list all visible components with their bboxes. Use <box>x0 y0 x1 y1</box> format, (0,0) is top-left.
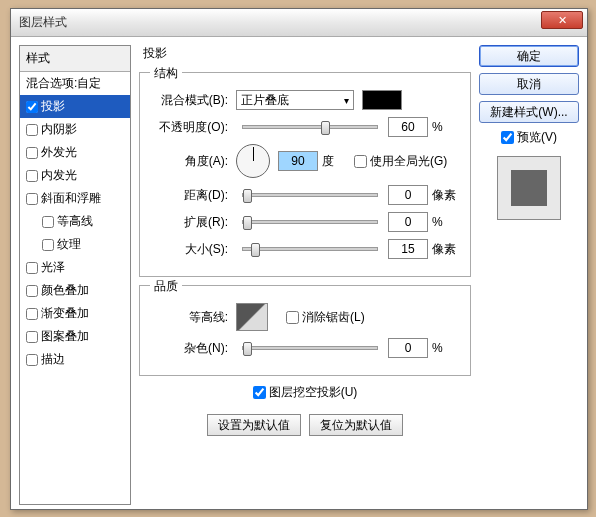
opacity-slider[interactable] <box>242 125 378 129</box>
size-unit: 像素 <box>432 241 460 258</box>
distance-slider[interactable] <box>242 193 378 197</box>
blend-mode-row: 混合模式(B): 正片叠底 <box>150 90 460 110</box>
style-item-7[interactable]: 纹理 <box>20 233 130 256</box>
preview-swatch <box>511 170 547 206</box>
noise-unit: % <box>432 341 460 355</box>
style-item-checkbox[interactable] <box>42 239 54 251</box>
size-row: 大小(S): 像素 <box>150 239 460 259</box>
opacity-row: 不透明度(O): % <box>150 117 460 137</box>
style-item-label: 内发光 <box>41 167 77 184</box>
style-item-2[interactable]: 内阴影 <box>20 118 130 141</box>
noise-label: 杂色(N): <box>150 340 232 357</box>
close-button[interactable]: ✕ <box>541 11 583 29</box>
spread-unit: % <box>432 215 460 229</box>
style-item-checkbox[interactable] <box>26 101 38 113</box>
style-item-10[interactable]: 渐变叠加 <box>20 302 130 325</box>
dialog-window: 图层样式 ✕ 样式 混合选项:自定投影内阴影外发光内发光斜面和浮雕等高线纹理光泽… <box>10 8 588 510</box>
style-item-checkbox[interactable] <box>26 285 38 297</box>
style-item-label: 投影 <box>41 98 65 115</box>
preview-box <box>497 156 561 220</box>
distance-unit: 像素 <box>432 187 460 204</box>
quality-label: 品质 <box>150 278 182 295</box>
spread-row: 扩展(R): % <box>150 212 460 232</box>
style-item-label: 描边 <box>41 351 65 368</box>
angle-row: 角度(A): 度 使用全局光(G) <box>150 144 460 178</box>
section-title: 投影 <box>139 45 471 62</box>
style-item-checkbox[interactable] <box>26 308 38 320</box>
new-style-button[interactable]: 新建样式(W)... <box>479 101 579 123</box>
spread-input[interactable] <box>388 212 428 232</box>
cancel-button[interactable]: 取消 <box>479 73 579 95</box>
color-swatch[interactable] <box>362 90 402 110</box>
preview-check[interactable]: 预览(V) <box>479 129 579 146</box>
style-item-label: 图案叠加 <box>41 328 89 345</box>
global-light-check[interactable]: 使用全局光(G) <box>354 153 447 170</box>
knockout-check[interactable]: 图层挖空投影(U) <box>253 384 358 401</box>
ok-button[interactable]: 确定 <box>479 45 579 67</box>
style-item-label: 颜色叠加 <box>41 282 89 299</box>
opacity-input[interactable] <box>388 117 428 137</box>
style-item-12[interactable]: 描边 <box>20 348 130 371</box>
blend-mode-combo[interactable]: 正片叠底 <box>236 90 354 110</box>
set-default-button[interactable]: 设置为默认值 <box>207 414 301 436</box>
style-item-9[interactable]: 颜色叠加 <box>20 279 130 302</box>
style-item-label: 纹理 <box>57 236 81 253</box>
titlebar[interactable]: 图层样式 ✕ <box>11 9 587 37</box>
close-icon: ✕ <box>558 14 567 27</box>
opacity-label: 不透明度(O): <box>150 119 232 136</box>
angle-unit: 度 <box>322 153 350 170</box>
styles-header: 样式 <box>20 46 130 72</box>
style-item-checkbox[interactable] <box>26 170 38 182</box>
angle-input[interactable] <box>278 151 318 171</box>
style-item-checkbox[interactable] <box>26 124 38 136</box>
noise-slider[interactable] <box>242 346 378 350</box>
style-item-label: 内阴影 <box>41 121 77 138</box>
spread-slider[interactable] <box>242 220 378 224</box>
style-item-checkbox[interactable] <box>26 193 38 205</box>
dialog-body: 样式 混合选项:自定投影内阴影外发光内发光斜面和浮雕等高线纹理光泽颜色叠加渐变叠… <box>11 37 587 509</box>
noise-row: 杂色(N): % <box>150 338 460 358</box>
structure-label: 结构 <box>150 65 182 82</box>
distance-row: 距离(D): 像素 <box>150 185 460 205</box>
style-item-label: 斜面和浮雕 <box>41 190 101 207</box>
style-item-label: 外发光 <box>41 144 77 161</box>
distance-input[interactable] <box>388 185 428 205</box>
knockout-row: 图层挖空投影(U) <box>139 384 471 402</box>
contour-picker[interactable] <box>236 303 268 331</box>
angle-label: 角度(A): <box>150 153 232 170</box>
options-panel: 投影 结构 混合模式(B): 正片叠底 不透明度(O): % 角度(A): <box>139 45 471 501</box>
antialiased-check[interactable]: 消除锯齿(L) <box>286 309 365 326</box>
defaults-row: 设置为默认值 复位为默认值 <box>139 414 471 436</box>
angle-dial[interactable] <box>236 144 270 178</box>
style-item-6[interactable]: 等高线 <box>20 210 130 233</box>
style-item-3[interactable]: 外发光 <box>20 141 130 164</box>
noise-input[interactable] <box>388 338 428 358</box>
spread-label: 扩展(R): <box>150 214 232 231</box>
size-input[interactable] <box>388 239 428 259</box>
styles-panel: 样式 混合选项:自定投影内阴影外发光内发光斜面和浮雕等高线纹理光泽颜色叠加渐变叠… <box>19 45 131 505</box>
structure-group: 结构 混合模式(B): 正片叠底 不透明度(O): % 角度(A): 度 <box>139 72 471 277</box>
style-item-8[interactable]: 光泽 <box>20 256 130 279</box>
styles-list: 混合选项:自定投影内阴影外发光内发光斜面和浮雕等高线纹理光泽颜色叠加渐变叠加图案… <box>20 72 130 371</box>
style-item-label: 光泽 <box>41 259 65 276</box>
blend-mode-value: 正片叠底 <box>241 92 289 109</box>
style-item-checkbox[interactable] <box>42 216 54 228</box>
right-panel: 确定 取消 新建样式(W)... 预览(V) <box>479 45 579 501</box>
contour-label: 等高线: <box>150 309 232 326</box>
style-item-checkbox[interactable] <box>26 331 38 343</box>
style-item-4[interactable]: 内发光 <box>20 164 130 187</box>
style-item-checkbox[interactable] <box>26 262 38 274</box>
style-item-1[interactable]: 投影 <box>20 95 130 118</box>
style-item-11[interactable]: 图案叠加 <box>20 325 130 348</box>
style-item-0[interactable]: 混合选项:自定 <box>20 72 130 95</box>
size-slider[interactable] <box>242 247 378 251</box>
style-item-checkbox[interactable] <box>26 354 38 366</box>
blend-mode-label: 混合模式(B): <box>150 92 232 109</box>
reset-default-button[interactable]: 复位为默认值 <box>309 414 403 436</box>
style-item-5[interactable]: 斜面和浮雕 <box>20 187 130 210</box>
window-title: 图层样式 <box>19 14 67 31</box>
opacity-unit: % <box>432 120 460 134</box>
style-item-checkbox[interactable] <box>26 147 38 159</box>
style-item-label: 渐变叠加 <box>41 305 89 322</box>
style-item-label: 混合选项:自定 <box>26 75 101 92</box>
